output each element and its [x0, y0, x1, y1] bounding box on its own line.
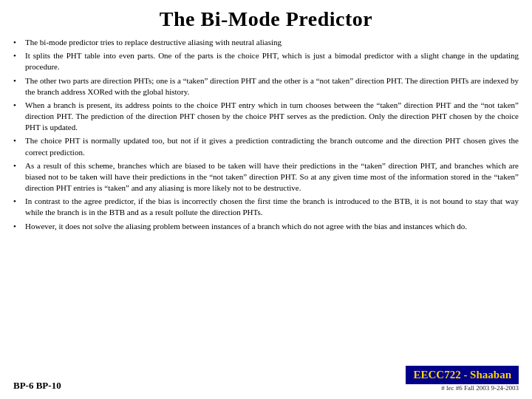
- bullet-item: •When a branch is present, its address p…: [13, 100, 519, 134]
- footer-brand: EECC722 - Shaaban: [406, 366, 519, 384]
- content-area: •The bi-mode predictor tries to replace …: [13, 37, 519, 363]
- bullet-text: As a result of this scheme, branches whi…: [25, 160, 519, 194]
- bullet-symbol: •: [13, 76, 25, 85]
- bullet-item: •It splits the PHT table into even parts…: [13, 50, 519, 72]
- footer-sub: # lec #6 Fall 2003 9-24-2003: [441, 384, 519, 392]
- bullet-text: In contrast to the agree predictor, if t…: [25, 196, 519, 218]
- footer-right-block: EECC722 - Shaaban # lec #6 Fall 2003 9-2…: [406, 366, 519, 392]
- bullet-text: It splits the PHT table into even parts.…: [25, 50, 519, 72]
- bullet-text: However, it does not solve the aliasing …: [25, 221, 467, 232]
- bullet-symbol: •: [13, 197, 25, 205]
- slide-title: The Bi-Mode Predictor: [13, 7, 519, 31]
- bullet-text: The other two parts are direction PHTs; …: [25, 75, 519, 98]
- bullet-item: •In contrast to the agree predictor, if …: [13, 196, 519, 218]
- bullet-item: •The bi-mode predictor tries to replace …: [13, 37, 519, 48]
- bullet-item: •As a result of this scheme, branches wh…: [13, 160, 519, 194]
- bullet-text: The choice PHT is normally updated too, …: [25, 135, 519, 157]
- bullet-symbol: •: [13, 38, 25, 47]
- bullet-text: When a branch is present, its address po…: [25, 100, 519, 134]
- bullet-item: •The other two parts are direction PHTs;…: [13, 75, 519, 98]
- bullet-symbol: •: [13, 161, 25, 170]
- bullet-symbol: •: [13, 136, 25, 145]
- bullet-item: •However, it does not solve the aliasing…: [13, 221, 519, 232]
- footer: BP-6 BP-10 EECC722 - Shaaban # lec #6 Fa…: [13, 366, 519, 392]
- bullet-symbol: •: [13, 51, 25, 60]
- slide: The Bi-Mode Predictor •The bi-mode predi…: [0, 0, 532, 399]
- bullet-text: The bi-mode predictor tries to replace d…: [25, 37, 282, 48]
- footer-left: BP-6 BP-10: [13, 380, 61, 392]
- bullet-item: •The choice PHT is normally updated too,…: [13, 135, 519, 157]
- bullet-symbol: •: [13, 222, 25, 231]
- bullet-symbol: •: [13, 100, 25, 109]
